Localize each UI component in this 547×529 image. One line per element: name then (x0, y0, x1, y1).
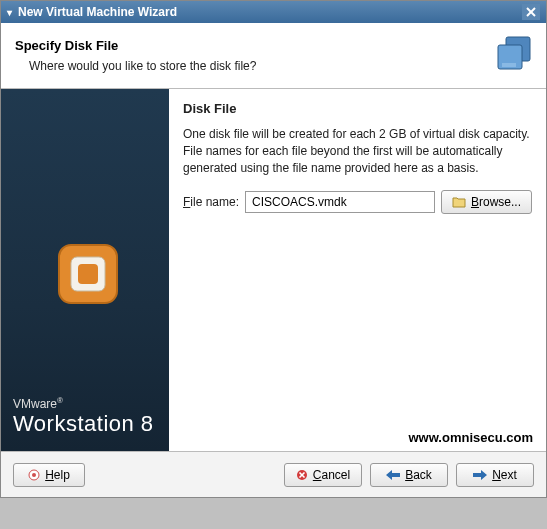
window-title: New Virtual Machine Wizard (18, 5, 177, 19)
filename-label: File name: (183, 195, 239, 209)
sidebar-banner: VMware® Workstation 8 (1, 89, 169, 451)
wizard-header: Specify Disk File Where would you like t… (1, 23, 546, 89)
help-icon (28, 469, 40, 481)
filename-input[interactable] (245, 191, 435, 213)
next-button[interactable]: Next (456, 463, 534, 487)
wizard-content: Disk File One disk file will be created … (169, 89, 546, 451)
cancel-icon (296, 469, 308, 481)
close-icon (525, 6, 537, 18)
svg-rect-9 (78, 264, 98, 284)
section-title: Disk File (183, 101, 532, 116)
brand-text: VMware® Workstation 8 (13, 396, 154, 437)
help-button[interactable]: Help (13, 463, 85, 487)
arrow-right-icon (473, 470, 487, 480)
svg-rect-4 (502, 63, 516, 67)
titlebar: ▾ New Virtual Machine Wizard (1, 1, 546, 23)
wizard-body: VMware® Workstation 8 Disk File One disk… (1, 89, 546, 451)
disk-header-icon (492, 33, 536, 77)
page-title: Specify Disk File (15, 38, 256, 53)
cancel-button[interactable]: Cancel (284, 463, 362, 487)
browse-button[interactable]: Browse... (441, 190, 532, 214)
file-name-row: File name: Browse... (183, 190, 532, 214)
back-button[interactable]: Back (370, 463, 448, 487)
watermark-text: www.omnisecu.com (409, 430, 534, 445)
svg-point-11 (32, 473, 36, 477)
arrow-left-icon (386, 470, 400, 480)
wizard-window: ▾ New Virtual Machine Wizard Specify Dis… (0, 0, 547, 498)
folder-icon (452, 196, 466, 208)
brand-line2: Workstation 8 (13, 411, 154, 437)
close-button[interactable] (522, 4, 540, 20)
wizard-footer: Help Cancel Back Next (1, 451, 546, 497)
titlebar-menu-icon: ▾ (7, 7, 12, 18)
brand-line1: VMware (13, 397, 57, 411)
page-subtitle: Where would you like to store the disk f… (29, 59, 256, 73)
vmware-logo-icon (55, 241, 121, 307)
section-description: One disk file will be created for each 2… (183, 126, 532, 176)
